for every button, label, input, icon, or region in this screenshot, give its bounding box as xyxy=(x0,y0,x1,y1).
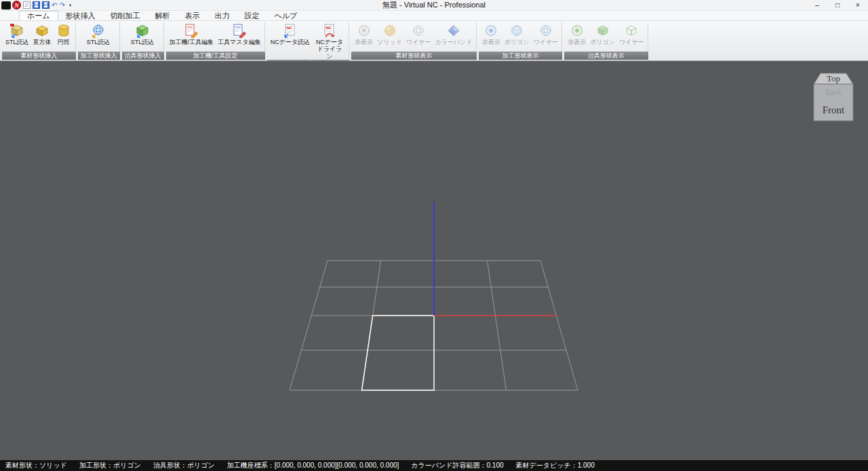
ribbon: STL読込 直方体 円筒 素材形状挿入 STL xyxy=(0,21,868,61)
tab-home[interactable]: ホーム xyxy=(19,11,58,20)
maximize-button[interactable]: □ xyxy=(827,0,848,10)
hide-eye-gray-icon xyxy=(357,23,372,38)
ribbon-group-machining-run: NC NCデータ読込 NC NCデータドライラン 加工実行 xyxy=(267,22,349,60)
ribbon-group-jig-insert: STL読込 治具形状挿入 xyxy=(122,22,164,60)
wire-box-green-icon xyxy=(624,23,639,38)
cylinder-button[interactable]: 円筒 xyxy=(54,22,74,45)
ribbon-group-material-insert: STL読込 直方体 円筒 素材形状挿入 xyxy=(2,22,76,60)
stl-import-jig-icon xyxy=(135,23,150,38)
status-jig-shape: 治具形状：ポリゴン xyxy=(153,461,215,470)
save-icon[interactable] xyxy=(33,1,40,9)
status-material-pitch: 素材データピッチ：1.000 xyxy=(516,461,595,470)
window-controls: – □ × xyxy=(807,0,868,10)
ribbon-group-material-display: 非表示 ソリッド ワイヤー カラーバンド 素材形状表示 xyxy=(351,22,477,60)
ribbon-button-label: ポリゴン xyxy=(590,39,615,45)
colorband-icon xyxy=(446,23,461,38)
machine-tool-edit-button[interactable]: 加工機/工具編集 xyxy=(167,22,216,45)
svg-text:NC: NC xyxy=(326,26,332,30)
stl-import-material-button[interactable]: STL読込 xyxy=(3,22,31,45)
cuboid-button[interactable]: 直方体 xyxy=(31,22,54,45)
jig-wire-button[interactable]: ワイヤー xyxy=(617,22,646,45)
undo-icon[interactable]: ↶ xyxy=(52,1,57,9)
hide-eye-green-icon xyxy=(570,23,585,38)
nc-data-load-icon: NC xyxy=(283,23,298,38)
jig-hide-button[interactable]: 非表示 xyxy=(566,22,588,45)
ribbon-button-label: ワイヤー xyxy=(406,39,431,45)
tab-view[interactable]: 表示 xyxy=(178,11,208,20)
tab-settings[interactable]: 設定 xyxy=(237,11,267,20)
status-material-shape: 素材形状：ソリッド xyxy=(5,461,67,470)
status-colorband-tolerance: カラーバンド許容範囲：0.100 xyxy=(411,461,503,470)
qat-dropdown-icon[interactable]: ▾ xyxy=(69,3,72,8)
app-icon[interactable] xyxy=(1,1,11,10)
tab-cutting[interactable]: 切削加工 xyxy=(103,11,148,20)
tab-analysis[interactable]: 解析 xyxy=(148,11,178,20)
ribbon-group-machining-insert: STL読込 加工形状挿入 xyxy=(78,22,120,60)
ribbon-group-machining-display: 非表示 ポリゴン ワイヤー 加工形状表示 xyxy=(479,22,562,60)
ribbon-group-caption: 素材形状表示 xyxy=(351,52,477,60)
material-wire-button[interactable]: ワイヤー xyxy=(404,22,433,45)
machine-tool-edit-icon xyxy=(184,23,199,38)
machining-hide-button[interactable]: 非表示 xyxy=(480,22,502,45)
machining-polygon-button[interactable]: ポリゴン xyxy=(502,22,532,45)
view-cube[interactable]: Top Back Front xyxy=(814,73,853,121)
new-document-icon[interactable] xyxy=(23,1,31,9)
ribbon-button-label: カラーバンド xyxy=(435,39,473,45)
machining-wire-button[interactable]: ワイヤー xyxy=(531,22,560,45)
ribbon-button-label: NCデータ読込 xyxy=(271,39,310,45)
quick-access-toolbar: ↶ ↷ ▾ xyxy=(23,1,71,9)
tab-output[interactable]: 出力 xyxy=(208,11,237,20)
nc-data-dryrun-icon: NC xyxy=(322,23,337,38)
save-as-icon[interactable] xyxy=(42,1,50,9)
cuboid-icon xyxy=(35,23,50,38)
svg-text:NC: NC xyxy=(286,26,292,30)
tab-help[interactable]: ヘルプ xyxy=(267,11,305,20)
polygon-sphere-blue-icon xyxy=(509,23,524,38)
ribbon-tab-row: ホーム 形状挿入 切削加工 解析 表示 出力 設定 ヘルプ xyxy=(0,11,868,21)
ribbon-group-caption: 加工形状表示 xyxy=(479,52,562,60)
ribbon-button-label: 工具マスタ編集 xyxy=(218,39,261,45)
viewport[interactable]: Top Back Front xyxy=(0,61,868,460)
ribbon-button-label: STL読込 xyxy=(87,39,111,45)
material-solid-button[interactable]: ソリッド xyxy=(375,22,404,45)
ribbon-button-label: 非表示 xyxy=(355,39,373,45)
redo-icon[interactable]: ↷ xyxy=(59,1,64,9)
window-title: 無題 - Virtual NC - Professional xyxy=(0,0,868,10)
ribbon-button-label: 直方体 xyxy=(33,39,52,45)
ribbon-group-caption: 加工形状挿入 xyxy=(78,52,120,60)
nc-data-load-button[interactable]: NC NCデータ読込 xyxy=(269,22,312,45)
close-button[interactable]: × xyxy=(848,0,868,10)
ribbon-button-label: NCデータドライラン xyxy=(314,39,345,60)
ribbon-button-label: 円筒 xyxy=(58,39,70,45)
view-cube-front-label: Front xyxy=(823,105,845,115)
ribbon-button-label: STL読込 xyxy=(5,39,29,45)
material-hide-button[interactable]: 非表示 xyxy=(353,22,375,45)
ribbon-button-label: ワイヤー xyxy=(533,39,558,45)
ribbon-button-label: STL読込 xyxy=(131,39,155,45)
solid-sphere-icon xyxy=(382,23,397,38)
nc-data-dryrun-button[interactable]: NC NCデータドライラン xyxy=(312,22,347,60)
ribbon-button-label: 加工機/工具編集 xyxy=(170,39,214,45)
ribbon-group-caption: 素材形状挿入 xyxy=(2,52,76,60)
status-machining-shape: 加工形状：ポリゴン xyxy=(79,461,141,470)
stl-import-machining-button[interactable]: STL読込 xyxy=(85,22,113,45)
tool-master-edit-button[interactable]: 工具マスタ編集 xyxy=(216,22,263,45)
title-bar: N ↶ ↷ ▾ 無題 - Virtual NC - Professional –… xyxy=(0,0,868,11)
stl-import-jig-button[interactable]: STL読込 xyxy=(129,22,157,45)
ribbon-button-label: ポリゴン xyxy=(505,39,530,45)
jig-polygon-button[interactable]: ポリゴン xyxy=(588,22,617,45)
cylinder-icon xyxy=(56,23,71,38)
viewport-canvas[interactable]: Top Back Front xyxy=(0,61,868,460)
status-machine-coordinates: 加工機座標系：[0.000, 0.000, 0.000][0.000, 0.00… xyxy=(227,461,399,470)
tab-shape-insert[interactable]: 形状挿入 xyxy=(58,11,103,20)
app-logo-icon[interactable]: N xyxy=(12,1,21,10)
ribbon-button-label: 非表示 xyxy=(482,39,500,45)
polygon-box-green-icon xyxy=(595,23,610,38)
ribbon-group-caption: 加工機/工具設定 xyxy=(166,52,265,60)
ribbon-button-label: ワイヤー xyxy=(619,39,644,45)
stl-import-machining-icon xyxy=(91,23,106,38)
view-cube-top-label: Top xyxy=(827,73,840,83)
material-colorband-button[interactable]: カラーバンド xyxy=(433,22,475,45)
wire-sphere-gray-icon xyxy=(411,23,426,38)
minimize-button[interactable]: – xyxy=(807,0,827,10)
